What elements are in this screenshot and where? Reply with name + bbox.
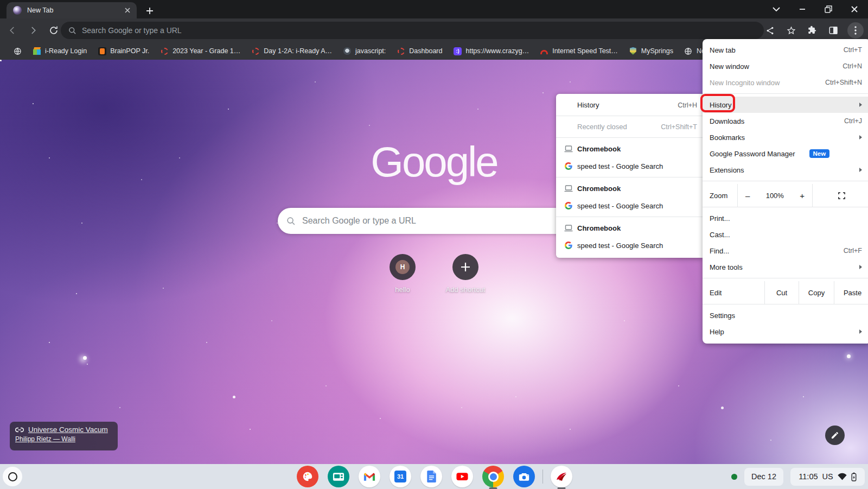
status-area: Dec 12 11:05 US [731,464,865,489]
omnibox[interactable]: Search Google or type a URL [61,22,764,39]
system-tray[interactable]: 11:05 US [790,468,865,486]
shelf-apps: 31 [297,466,582,487]
wallpaper-attribution[interactable]: Universe Cosmic Vacum Philipp Rietz — Wa… [10,422,118,450]
menu-item-print[interactable]: Print... [703,210,868,226]
red-dashed-circle-icon [160,47,169,55]
extensions-puzzle-icon[interactable] [805,23,819,37]
window-controls [769,0,865,18]
ntp-search-box[interactable]: Search Google or type a URL [278,208,590,234]
menu-item-new-incognito-window[interactable]: New Incognito window Ctrl+Shift+N [703,74,868,91]
submenu-history-entry[interactable]: speed test - Google Search [556,157,703,175]
tab-new-tab[interactable]: New Tab [7,2,137,18]
wallpaper-author-link[interactable]: Philipp Rietz — Walli [15,435,111,443]
menu-edit-row: Edit Cut Copy Paste [703,281,868,304]
copy-button[interactable]: Copy [799,281,834,304]
app-canvas[interactable] [297,466,318,487]
wallpaper-title-link[interactable]: Universe Cosmic Vacum [28,426,108,434]
submenu-device-row: Chromebook [556,219,703,237]
app-calendar[interactable]: 31 [390,466,411,487]
new-badge: New [809,149,830,158]
tab-search-chevron-icon[interactable] [769,2,783,16]
app-gmail[interactable] [359,466,380,487]
zoom-in-button[interactable]: + [800,191,805,200]
back-icon[interactable] [5,23,20,37]
chrome-icon [488,472,499,482]
bookmark-item[interactable]: javascript: [337,45,391,58]
menu-item-cast[interactable]: Cast... [703,226,868,243]
forward-icon[interactable] [26,23,40,37]
app-chrome[interactable] [482,466,504,487]
separator [556,177,703,177]
tab-close-icon[interactable] [123,5,132,15]
launcher-button[interactable] [3,467,22,486]
restore-icon[interactable] [821,2,835,16]
menu-item-settings[interactable]: Settings [703,307,868,323]
google-g-icon [564,202,573,209]
bookmark-item[interactable]: Dashboard [391,45,448,58]
fullscreen-button[interactable] [813,184,868,207]
separator [556,116,703,116]
customize-wallpaper-button[interactable] [825,426,845,445]
cut-button[interactable]: Cut [764,281,799,304]
menu-item-find[interactable]: Find... Ctrl+F [703,243,868,259]
app-camera[interactable] [513,466,535,487]
paste-button[interactable]: Paste [834,281,868,304]
submenu-device-row: Chromebook [556,140,703,157]
submenu-item-recently-closed: Recently closed Ctrl+Shift+T [556,118,703,135]
app-docs[interactable] [420,466,442,487]
zoom-out-button[interactable]: – [745,191,750,200]
clock: 11:05 [799,472,818,481]
google-g-icon [564,162,573,170]
red-dashed-circle-icon [251,47,260,55]
menu-item-google-password-manager[interactable]: Google Password Manager New [703,145,868,162]
menu-item-new-window[interactable]: New window Ctrl+N [703,58,868,74]
laptop-icon [564,185,573,192]
status-dot-icon [731,474,737,480]
bookmark-star-icon[interactable] [784,23,798,37]
globe-icon [684,47,693,55]
submenu-arrow-icon [859,265,862,269]
bookmark-item[interactable]: :) https://www.crazyg… [448,45,534,58]
menu-item-extensions[interactable]: Extensions [703,162,868,178]
new-tab-button[interactable] [143,4,156,17]
add-shortcut-button[interactable]: Add shortcut [452,254,478,294]
side-panel-icon[interactable] [826,23,840,37]
submenu-history-entry[interactable]: speed test - Google Search [556,197,703,214]
screencast-icon [333,472,344,481]
separator [703,181,868,181]
menu-item-downloads[interactable]: Downloads Ctrl+J [703,113,868,129]
menu-item-bookmarks[interactable]: Bookmarks [703,129,868,145]
bookmark-item[interactable]: Day 1-2A: i-Ready A… [246,45,337,58]
menu-item-new-tab[interactable]: New tab Ctrl+T [703,42,868,58]
submenu-history-entry[interactable]: speed test - Google Search [556,237,703,254]
launcher-icon [8,472,17,481]
menu-kebab-icon[interactable] [847,22,864,39]
history-submenu: History Ctrl+H Recently closed Ctrl+Shif… [556,94,703,258]
red-gauge-icon [540,47,548,55]
close-icon[interactable] [847,2,861,16]
menu-zoom-row: Zoom – 100% + [703,184,868,207]
bookmark-item[interactable]: i-Ready Login [27,45,92,58]
app-powerschool[interactable] [551,466,572,487]
submenu-arrow-icon [859,135,862,139]
app-screencast[interactable] [328,466,349,487]
tab-title: New Tab [27,7,123,14]
brainpop-icon [98,47,106,55]
reload-icon[interactable] [47,23,61,37]
menu-item-more-tools[interactable]: More tools [703,259,868,275]
shortcut-hello[interactable]: H hello [390,254,416,294]
battery-icon [851,472,857,481]
app-youtube[interactable] [451,466,473,487]
minimize-icon[interactable] [795,2,809,16]
share-icon[interactable] [763,23,777,37]
submenu-item-history[interactable]: History Ctrl+H [556,97,703,113]
bookmark-item[interactable]: 2023 Year - Grade 1… [155,45,246,58]
separator [703,207,868,207]
link-icon [15,427,24,433]
bookmark-item[interactable] [8,45,27,58]
menu-item-help[interactable]: Help [703,323,868,340]
bookmark-item[interactable]: Internet Speed Test… [534,45,623,58]
date-pill[interactable]: Dec 12 [744,468,783,486]
bookmark-item[interactable]: BrainPOP Jr. [92,45,155,58]
bookmark-item[interactable]: MySprings [623,45,679,58]
